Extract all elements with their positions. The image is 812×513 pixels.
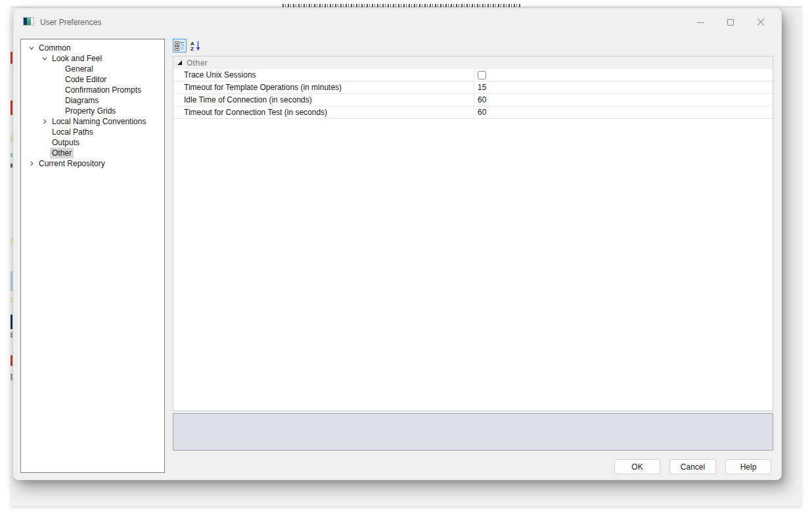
tree-item-label: Outputs [50,137,81,148]
alphabetical-sort-button[interactable]: A Z [189,39,202,53]
tree-item-label: Local Naming Conventions [50,116,148,127]
property-value-cell[interactable]: 60 [474,94,773,106]
property-row-timeout-template-operations: Timeout for Template Operations (in minu… [173,81,773,94]
property-row-idle-time-connection: Idle Time of Connection (in seconds) 60 [173,94,773,106]
property-value-cell[interactable] [474,69,773,81]
tree-item-label: Local Paths [50,127,95,137]
chevron-right-icon[interactable] [39,116,50,127]
tree-item-label: Property Grids [63,106,118,116]
categorized-view-icon [175,41,185,51]
tree-item-look-and-feel[interactable]: Look and Feel [21,53,164,64]
categorized-view-button[interactable] [173,39,187,53]
close-icon [757,18,765,26]
cancel-button[interactable]: Cancel [669,459,716,474]
ok-button[interactable]: OK [614,459,660,474]
category-expanded-icon [177,60,182,65]
tree-item-property-grids[interactable]: Property Grids [21,106,164,116]
tree-item-label: Look and Feel [50,53,104,64]
property-grid: Other Trace Unix Sessions Timeout for Te… [173,56,773,411]
property-label: Idle Time of Connection (in seconds) [173,94,474,106]
property-grid-toolbar: A Z [173,39,202,53]
tree-item-diagrams[interactable]: Diagrams [21,95,164,106]
minimize-icon [697,22,704,23]
tree-item-label-selected: Other [50,148,74,158]
chevron-down-icon[interactable] [39,53,50,64]
property-value-cell[interactable]: 15 [474,81,773,93]
property-label: Trace Unix Sessions [173,69,474,81]
close-button[interactable] [746,12,776,32]
property-label: Timeout for Connection Test (in seconds) [173,106,474,118]
tree-item-label: Confirmation Prompts [63,85,143,95]
trace-unix-sessions-checkbox[interactable] [478,71,486,79]
tree-item-label: Diagrams [63,95,101,106]
window-title: User Preferences [40,18,101,27]
tree-item-general[interactable]: General [21,64,164,74]
property-value-cell[interactable]: 60 [474,106,773,118]
preferences-tree: Common Look and Feel General Code Editor… [20,39,165,473]
title-bar: User Preferences [14,9,781,37]
tree-item-label: Code Editor [63,74,108,85]
tree-item-confirmation-prompts[interactable]: Confirmation Prompts [21,85,164,95]
tree-item-code-editor[interactable]: Code Editor [21,74,164,85]
tree-item-label: General [63,64,95,74]
background-window-title-fragment [282,4,522,7]
tree-item-other[interactable]: Other [21,148,164,158]
tree-item-local-naming-conventions[interactable]: Local Naming Conventions [21,116,164,127]
minimize-button[interactable] [685,12,715,32]
alphabetical-sort-icon: A Z [191,41,200,51]
chevron-right-icon[interactable] [26,158,37,169]
chevron-down-icon[interactable] [26,43,37,53]
maximize-button[interactable] [715,12,746,32]
background-window-toolbar-sliver [11,7,12,506]
tree-item-local-paths[interactable]: Local Paths [21,127,164,137]
tree-item-current-repository[interactable]: Current Repository [21,158,164,169]
help-button[interactable]: Help [725,459,771,474]
property-row-timeout-connection-test: Timeout for Connection Test (in seconds)… [173,106,773,119]
property-description-panel [173,413,773,451]
tree-item-label: Current Repository [37,158,107,169]
user-preferences-dialog: User Preferences Common Look and Feel Ge… [13,8,782,480]
property-row-trace-unix-sessions: Trace Unix Sessions [173,69,773,81]
svg-text:Z: Z [191,46,194,51]
dialog-button-row: OK Cancel Help [14,459,782,474]
tree-item-common[interactable]: Common [21,43,164,53]
maximize-icon [727,19,734,26]
tree-item-outputs[interactable]: Outputs [21,137,164,148]
tree-item-label: Common [37,43,73,53]
category-label: Other [187,58,208,68]
property-label: Timeout for Template Operations (in minu… [173,81,474,93]
category-header-other[interactable]: Other [173,56,773,69]
app-icon [23,17,34,26]
